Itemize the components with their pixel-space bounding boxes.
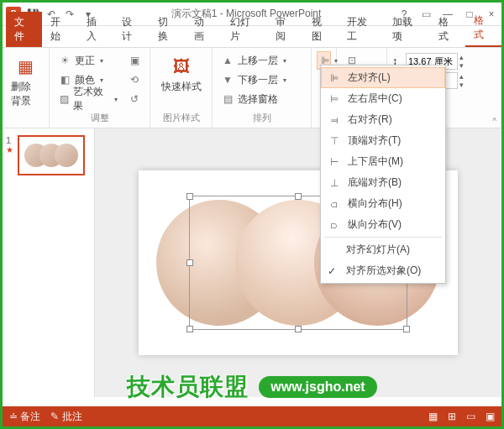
tab-view[interactable]: 视图: [303, 12, 339, 47]
menu-align-middle-v[interactable]: ⊢上下居中(M): [321, 151, 445, 172]
resize-handle[interactable]: [295, 193, 302, 200]
normal-view-icon[interactable]: ▦: [428, 411, 438, 422]
menu-align-right[interactable]: ⫤右对齐(R): [321, 109, 445, 130]
align-right-icon: ⫤: [328, 113, 341, 127]
quick-styles-icon: 🖼: [168, 53, 195, 80]
menu-align-to-slide[interactable]: 对齐幻灯片(A): [321, 239, 445, 260]
menu-align-left[interactable]: ⊫左对齐(L): [321, 67, 445, 88]
collapse-ribbon-icon[interactable]: ^: [492, 117, 496, 126]
corrections-button[interactable]: ☀更正▾: [55, 51, 121, 70]
notes-button[interactable]: ≐ 备注: [9, 410, 40, 424]
reset-picture-button[interactable]: ↺: [124, 90, 144, 108]
change-picture-button[interactable]: ⟲: [124, 71, 144, 89]
compress-button[interactable]: ▣: [124, 51, 144, 70]
slide-thumbnail[interactable]: [18, 135, 85, 175]
tab-developer[interactable]: 开发工: [339, 12, 384, 47]
tab-home[interactable]: 开始: [42, 12, 78, 47]
slide-thumbnail-panel: 1 ★: [3, 128, 95, 397]
resize-handle[interactable]: [186, 326, 193, 332]
group-picture-styles-label: 图片样式: [155, 112, 207, 124]
tab-format1[interactable]: 格式: [430, 12, 466, 47]
brightness-icon: ☀: [58, 54, 71, 67]
spinner-icon[interactable]: ▴▾: [459, 72, 464, 89]
status-bar: ≐ 备注 ✎ 批注 ▦ ⊞ ▭ ▣: [3, 406, 501, 426]
quick-styles-button[interactable]: 🖼 快速样式: [155, 51, 207, 96]
distribute-v-icon: ⫐: [328, 218, 341, 232]
tab-transitions[interactable]: 切换: [150, 12, 186, 47]
menu-distribute-v[interactable]: ⫐纵向分布(V): [321, 214, 445, 235]
menu-align-bottom[interactable]: ⊥底端对齐(B): [321, 172, 445, 193]
tab-review[interactable]: 审阅: [267, 12, 303, 47]
bring-forward-icon: ▲: [221, 54, 234, 67]
reading-view-icon[interactable]: ▭: [466, 411, 475, 422]
tab-format2[interactable]: 格式: [465, 10, 501, 47]
send-backward-button[interactable]: ▼下移一层▾: [218, 71, 290, 89]
align-left-icon: ⊫: [328, 71, 341, 85]
remove-background-button[interactable]: ▦ 删除背景: [8, 51, 44, 110]
tab-animations[interactable]: 动画: [186, 12, 222, 47]
distribute-h-icon: ⫏: [328, 197, 341, 211]
tab-file[interactable]: 文件: [6, 12, 42, 47]
color-icon: ◧: [58, 73, 71, 86]
selection-pane-button[interactable]: ▤选择窗格: [218, 90, 290, 108]
group-adjust-label: 调整: [55, 112, 144, 124]
align-center-h-icon: ⊨: [328, 92, 341, 106]
tab-insert[interactable]: 插入: [78, 12, 114, 47]
group-arrange-label: 排列: [218, 112, 306, 124]
spinner-icon[interactable]: ▴▾: [459, 53, 464, 70]
resize-handle[interactable]: [295, 326, 302, 332]
tab-addins[interactable]: 加载项: [384, 12, 429, 47]
comments-button[interactable]: ✎ 批注: [50, 410, 81, 424]
selection-pane-icon: ▤: [221, 92, 234, 106]
check-icon: ✓: [328, 265, 339, 277]
artistic-effects-button[interactable]: ▨艺术效果▾: [55, 90, 121, 108]
align-dropdown-menu: ⊫左对齐(L) ⊨左右居中(C) ⫤右对齐(R) ⊤顶端对齐(T) ⊢上下居中(…: [320, 65, 446, 284]
animation-star-icon: ★: [6, 145, 14, 154]
align-top-icon: ⊤: [328, 134, 341, 148]
thumbnail-number: 1: [6, 135, 14, 145]
menu-distribute-h[interactable]: ⫏横向分布(H): [321, 193, 445, 214]
tab-design[interactable]: 设计: [113, 12, 150, 47]
send-backward-icon: ▼: [221, 73, 234, 86]
reset-icon: ↺: [128, 92, 141, 106]
tab-slideshow[interactable]: 幻灯片: [222, 12, 267, 47]
sorter-view-icon[interactable]: ⊞: [448, 411, 456, 422]
menu-align-top[interactable]: ⊤顶端对齐(T): [321, 130, 445, 151]
menu-align-center-h[interactable]: ⊨左右居中(C): [321, 88, 445, 109]
align-middle-v-icon: ⊢: [328, 155, 341, 169]
artistic-icon: ▨: [58, 92, 70, 106]
change-pic-icon: ⟲: [128, 73, 141, 86]
align-bottom-icon: ⊥: [328, 176, 341, 190]
resize-handle[interactable]: [186, 193, 193, 200]
resize-handle[interactable]: [186, 259, 193, 266]
menu-align-to-selection[interactable]: ✓对齐所选对象(O): [321, 260, 445, 281]
remove-bg-icon: ▦: [13, 53, 39, 80]
resize-handle[interactable]: [403, 326, 410, 332]
slideshow-view-icon[interactable]: ▣: [486, 411, 495, 422]
compress-icon: ▣: [128, 54, 141, 67]
bring-forward-button[interactable]: ▲上移一层▾: [218, 51, 290, 70]
